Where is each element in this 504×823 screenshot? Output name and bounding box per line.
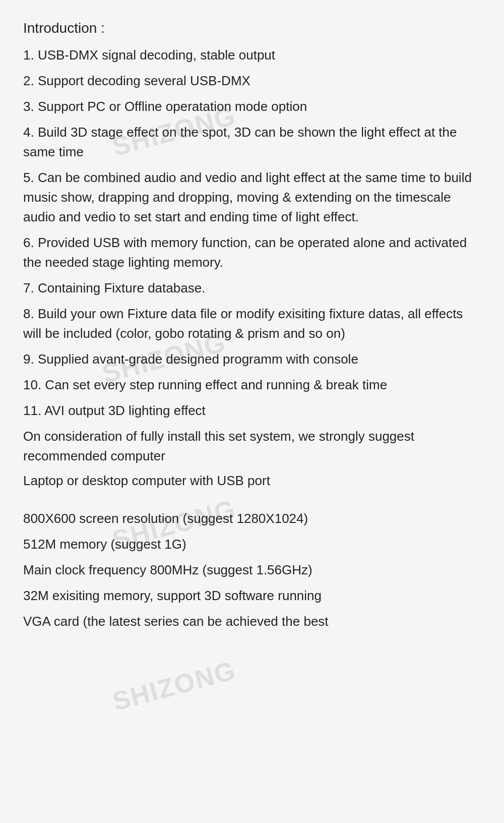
item-5: 5. Can be combined audio and vedio and l… bbox=[23, 168, 481, 227]
item-7-text: 7. Containing Fixture database. bbox=[23, 278, 481, 298]
spec-4-text: 32M exisiting memory, support 3D softwar… bbox=[23, 586, 481, 606]
recommendation-block: On consideration of fully install this s… bbox=[23, 427, 481, 491]
recommendation-text: On consideration of fully install this s… bbox=[23, 427, 481, 466]
laptop-text: Laptop or desktop computer with USB port bbox=[23, 471, 481, 491]
item-1: 1. USB-DMX signal decoding, stable outpu… bbox=[23, 45, 481, 65]
item-6-text: 6. Provided USB with memory function, ca… bbox=[23, 233, 481, 272]
intro-title: Introduction : bbox=[23, 20, 481, 36]
item-8-text: 8. Build your own Fixture data file or m… bbox=[23, 304, 481, 343]
main-content: Introduction : 1. USB-DMX signal decodin… bbox=[23, 20, 481, 631]
item-2-text: 2. Support decoding several USB-DMX bbox=[23, 71, 481, 91]
item-8: 8. Build your own Fixture data file or m… bbox=[23, 304, 481, 343]
item-6: 6. Provided USB with memory function, ca… bbox=[23, 233, 481, 272]
item-11-text: 11. AVI output 3D lighting effect bbox=[23, 401, 481, 421]
spec-5-text: VGA card (the latest series can be achie… bbox=[23, 612, 481, 631]
page-container: SHIZONG SHIZONG SHIZONG SHIZONG Introduc… bbox=[0, 0, 504, 823]
spec-1: 800X600 screen resolution (suggest 1280X… bbox=[23, 509, 481, 528]
spec-4: 32M exisiting memory, support 3D softwar… bbox=[23, 586, 481, 606]
item-4-text: 4. Build 3D stage effect on the spot, 3D… bbox=[23, 123, 481, 162]
item-10: 10. Can set every step running effect an… bbox=[23, 375, 481, 395]
item-9-text: 9. Supplied avant-grade designed program… bbox=[23, 349, 481, 369]
item-4: 4. Build 3D stage effect on the spot, 3D… bbox=[23, 123, 481, 162]
item-2: 2. Support decoding several USB-DMX bbox=[23, 71, 481, 91]
spec-2-text: 512M memory (suggest 1G) bbox=[23, 535, 481, 554]
watermark-4: SHIZONG bbox=[109, 655, 239, 717]
spec-5: VGA card (the latest series can be achie… bbox=[23, 612, 481, 631]
spacer bbox=[23, 497, 481, 509]
item-7: 7. Containing Fixture database. bbox=[23, 278, 481, 298]
item-3-text: 3. Support PC or Offline operatation mod… bbox=[23, 97, 481, 116]
item-1-text: 1. USB-DMX signal decoding, stable outpu… bbox=[23, 45, 481, 65]
item-9: 9. Supplied avant-grade designed program… bbox=[23, 349, 481, 369]
spec-3: Main clock frequency 800MHz (suggest 1.5… bbox=[23, 560, 481, 580]
item-10-text: 10. Can set every step running effect an… bbox=[23, 375, 481, 395]
spec-3-text: Main clock frequency 800MHz (suggest 1.5… bbox=[23, 560, 481, 580]
item-5-text: 5. Can be combined audio and vedio and l… bbox=[23, 168, 481, 227]
spec-2: 512M memory (suggest 1G) bbox=[23, 535, 481, 554]
spec-1-text: 800X600 screen resolution (suggest 1280X… bbox=[23, 509, 481, 528]
item-11: 11. AVI output 3D lighting effect bbox=[23, 401, 481, 421]
item-3: 3. Support PC or Offline operatation mod… bbox=[23, 97, 481, 116]
